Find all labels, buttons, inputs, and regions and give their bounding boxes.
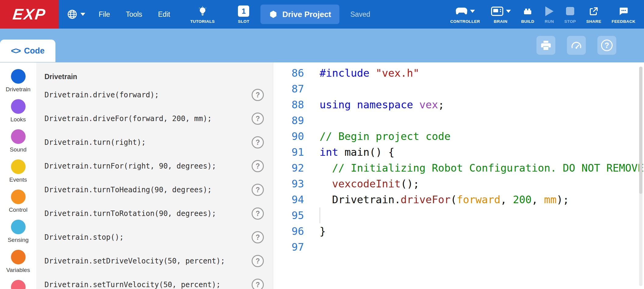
code-token: ; bbox=[438, 99, 444, 111]
exp-logo: EXP bbox=[0, 0, 59, 29]
code-line-96[interactable]: 96} bbox=[273, 223, 644, 239]
hexagon-icon bbox=[269, 10, 278, 19]
command-panel-header: Drivetrain bbox=[44, 73, 264, 81]
top-toolbar: EXP File Tools Edit TUTORIALS bbox=[0, 0, 644, 29]
command-row[interactable]: Drivetrain.stop();? bbox=[44, 225, 264, 249]
code-line-97[interactable]: 97 bbox=[273, 239, 644, 255]
command-help-button[interactable]: ? bbox=[252, 160, 264, 172]
chevron-down-icon bbox=[80, 13, 85, 16]
command-row[interactable]: Drivetrain.setTurnVelocity(50, percent);… bbox=[44, 273, 264, 289]
code-line-90[interactable]: 90// Begin project code bbox=[273, 128, 644, 144]
code-token: vex bbox=[419, 99, 438, 111]
category-label: Events bbox=[9, 176, 27, 183]
category-label: Sensing bbox=[8, 237, 29, 243]
sidebar-category-looks[interactable]: Looks bbox=[0, 99, 36, 129]
language-menu-button[interactable] bbox=[67, 9, 85, 20]
brain-label: BRAIN bbox=[494, 19, 508, 24]
command-help-button[interactable]: ? bbox=[252, 207, 264, 220]
project-name-button[interactable]: Drive Project bbox=[260, 5, 339, 24]
category-list: DrivetrainLooksSoundEventsControlSensing… bbox=[0, 69, 36, 289]
tab-code[interactable]: <> Code bbox=[0, 40, 55, 62]
menu-edit[interactable]: Edit bbox=[150, 10, 178, 19]
build-button[interactable]: BUILD bbox=[518, 5, 538, 24]
command-help-button[interactable]: ? bbox=[252, 279, 264, 289]
code-editor[interactable]: 86#include "vex.h"8788using namespace ve… bbox=[273, 62, 644, 289]
feedback-label: FEEDBACK bbox=[612, 19, 635, 24]
share-label: SHARE bbox=[586, 19, 601, 24]
command-help-button[interactable]: ? bbox=[252, 255, 264, 267]
code-line-92[interactable]: 92 // Initializing Robot Configuration. … bbox=[273, 160, 644, 176]
sidebar-category-events[interactable]: Events bbox=[0, 159, 36, 190]
sidebar-category-sound[interactable]: Sound bbox=[0, 129, 36, 159]
controller-label: CONTROLLER bbox=[450, 19, 480, 24]
code-line-87[interactable]: 87 bbox=[273, 81, 644, 97]
sidebar-category-variables[interactable]: Variables bbox=[0, 250, 36, 280]
code-token: // Begin project code bbox=[320, 130, 451, 142]
gamepad-icon bbox=[455, 7, 468, 16]
sidebar-category-drivetrain[interactable]: Drivetrain bbox=[0, 69, 36, 99]
sidebar-category-item-8[interactable] bbox=[0, 280, 36, 289]
run-button[interactable]: RUN bbox=[541, 5, 557, 24]
line-content: // Begin project code bbox=[320, 128, 451, 144]
command-help-button[interactable]: ? bbox=[252, 184, 264, 196]
command-row[interactable]: Drivetrain.turnToRotation(90, degrees);? bbox=[44, 202, 264, 225]
build-brick-icon bbox=[522, 6, 533, 16]
editor-scrollbar-thumb[interactable] bbox=[639, 67, 642, 194]
code-line-91[interactable]: 91int main() { bbox=[273, 144, 644, 160]
tutorials-button[interactable]: TUTORIALS bbox=[190, 5, 215, 24]
sidebar-category-control[interactable]: Control bbox=[0, 190, 36, 220]
line-number: 93 bbox=[273, 176, 304, 192]
exp-logo-text: EXP bbox=[12, 5, 47, 23]
command-row[interactable]: Drivetrain.setDriveVelocity(50, percent)… bbox=[44, 249, 264, 273]
code-token: ( bbox=[451, 193, 457, 206]
monitor-button[interactable] bbox=[567, 36, 586, 55]
feedback-button[interactable]: FEEDBACK bbox=[608, 5, 639, 24]
chevron-down-icon bbox=[470, 10, 475, 13]
command-row[interactable]: Drivetrain.turnToHeading(90, degrees);? bbox=[44, 178, 264, 202]
code-line-86[interactable]: 86#include "vex.h" bbox=[273, 65, 644, 81]
command-help-button[interactable]: ? bbox=[252, 136, 264, 148]
command-help-button[interactable]: ? bbox=[252, 231, 264, 243]
command-row[interactable]: Drivetrain.turn(right);? bbox=[44, 131, 264, 154]
menu-tools[interactable]: Tools bbox=[118, 10, 150, 19]
help-button[interactable]: ? bbox=[597, 36, 616, 55]
stop-button[interactable]: STOP bbox=[561, 5, 579, 24]
category-color-dot bbox=[11, 159, 26, 174]
code-line-89[interactable]: 89 bbox=[273, 113, 644, 128]
feedback-bubble-icon bbox=[618, 6, 629, 16]
share-button[interactable]: SHARE bbox=[583, 5, 605, 24]
indent-guide bbox=[320, 207, 320, 223]
print-button[interactable] bbox=[536, 36, 555, 55]
command-row[interactable]: Drivetrain.drive(forward);? bbox=[44, 83, 264, 107]
command-panel: Drivetrain Drivetrain.drive(forward);?Dr… bbox=[36, 62, 273, 289]
brain-button[interactable]: BRAIN bbox=[487, 5, 515, 24]
code-token: driveFor bbox=[401, 193, 451, 206]
gauge-icon bbox=[570, 39, 582, 51]
command-text: Drivetrain.turn(right); bbox=[44, 138, 146, 147]
code-token: 200 bbox=[513, 193, 532, 206]
tutorials-label: TUTORIALS bbox=[190, 19, 215, 24]
command-help-button[interactable]: ? bbox=[252, 113, 264, 125]
line-number: 91 bbox=[273, 144, 304, 160]
editor-scrollbar[interactable] bbox=[639, 67, 642, 286]
slot-button[interactable]: 1 SLOT bbox=[238, 5, 249, 24]
line-number: 96 bbox=[273, 223, 304, 239]
command-row[interactable]: Drivetrain.driveFor(forward, 200, mm);? bbox=[44, 107, 264, 131]
code-line-93[interactable]: 93 vexcodeInit(); bbox=[273, 176, 644, 192]
question-mark-icon: ? bbox=[601, 40, 613, 51]
command-help-button[interactable]: ? bbox=[252, 89, 264, 101]
code-token: } bbox=[320, 225, 326, 237]
command-row[interactable]: Drivetrain.turnFor(right, 90, degrees);? bbox=[44, 154, 264, 178]
code-line-95[interactable]: 95 bbox=[273, 207, 644, 223]
globe-icon bbox=[67, 9, 78, 20]
line-number: 92 bbox=[273, 160, 304, 176]
code-line-88[interactable]: 88using namespace vex; bbox=[273, 97, 644, 113]
category-color-dot bbox=[11, 220, 26, 234]
controller-button[interactable]: CONTROLLER bbox=[447, 5, 484, 24]
code-line-94[interactable]: 94 Drivetrain.driveFor(forward, 200, mm)… bbox=[273, 192, 644, 207]
code-token bbox=[413, 99, 419, 111]
print-icon bbox=[540, 40, 552, 51]
project-name: Drive Project bbox=[282, 10, 331, 19]
sidebar-category-sensing[interactable]: Sensing bbox=[0, 220, 36, 250]
menu-file[interactable]: File bbox=[91, 10, 118, 19]
